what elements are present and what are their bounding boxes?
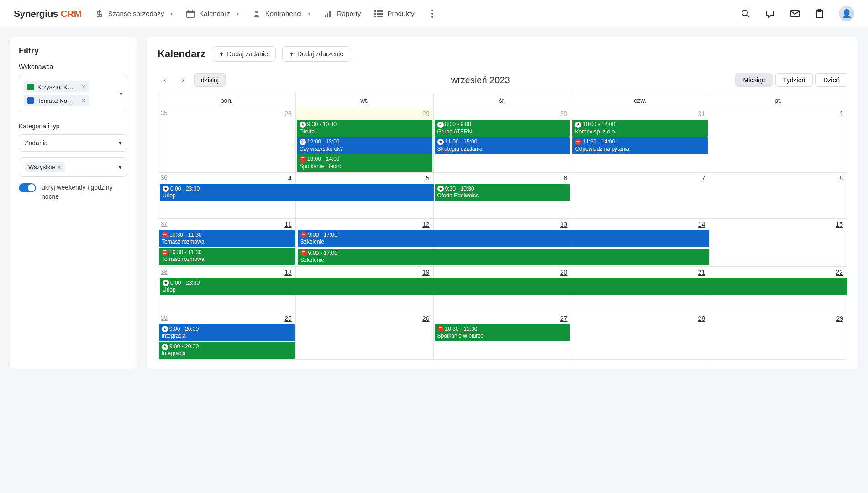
nav-more[interactable] <box>428 10 437 18</box>
calendar-cell[interactable]: 31★10:00 - 12:00Kornex sp. z o.o.☰11:30 … <box>571 108 709 172</box>
day-number[interactable]: 28 <box>158 108 295 119</box>
chat-icon[interactable] <box>765 8 776 19</box>
remove-chip-icon[interactable]: × <box>82 97 85 104</box>
remove-chip-icon[interactable]: × <box>82 83 85 90</box>
day-number[interactable]: 13 <box>434 219 571 230</box>
calendar-event[interactable]: ✆12:00 - 13:00Czy wszystko ok? <box>297 137 432 154</box>
today-button[interactable]: dzisiaj <box>194 73 226 87</box>
nav-products[interactable]: Produkty <box>374 10 414 18</box>
calendar-event[interactable]: ✓8:00 - 9:00Grupa ATERN <box>435 120 570 137</box>
performer-chip[interactable]: Tomasz Now…× <box>24 95 89 106</box>
day-number[interactable]: 29 <box>709 313 847 324</box>
calendar-event[interactable]: ★9:00 - 20:30Integracja <box>159 342 295 359</box>
week-number[interactable]: 39 <box>161 314 167 321</box>
week-number[interactable]: 35 <box>161 110 167 117</box>
day-number[interactable]: 25 <box>158 313 295 324</box>
view-week-button[interactable]: Tydzień <box>775 73 813 87</box>
day-number[interactable]: 18 <box>158 267 295 278</box>
calendar-event[interactable]: ☰10:30 - 11:30Spotkanie w biurze <box>435 324 570 341</box>
avatar[interactable]: 👤 <box>839 6 854 21</box>
star-icon: ★ <box>163 280 169 286</box>
calendar-panel: Kalendarz + Dodaj zadanie + Dodaj zdarze… <box>146 37 859 369</box>
nav-calendar[interactable]: Kalendarz ▾ <box>186 10 239 18</box>
calendar-event[interactable]: ★11:00 - 15:00Strategia działania <box>435 137 570 154</box>
add-task-button[interactable]: + Dodaj zadanie <box>212 46 276 62</box>
nav-contractors[interactable]: Kontrahenci ▾ <box>253 10 310 18</box>
day-number[interactable]: 19 <box>296 267 433 278</box>
week-number[interactable]: 38 <box>161 268 167 275</box>
remove-chip-icon[interactable]: × <box>58 164 62 170</box>
performer-chip[interactable]: Krzysztof Kow…× <box>24 81 89 92</box>
mail-icon[interactable] <box>789 8 800 19</box>
day-number[interactable]: 12 <box>296 219 433 230</box>
day-number[interactable]: 29 <box>296 108 433 119</box>
day-number[interactable]: 8 <box>709 173 847 184</box>
calendar-cell[interactable]: 15 <box>709 219 847 266</box>
nav-reports[interactable]: Raporty <box>324 10 361 18</box>
calendar-event-span[interactable]: ☰9:00 - 17:00Szkolenie <box>298 249 709 265</box>
category-select[interactable]: Zadania ▾ <box>19 134 127 152</box>
calendar-cell[interactable]: 30✓8:00 - 9:00Grupa ATERN★11:00 - 15:00S… <box>434 108 572 172</box>
calendar-event[interactable]: ★10:00 - 12:00Kornex sp. z o.o. <box>572 120 708 137</box>
calendar-event-span[interactable]: ☰9:00 - 17:00Szkolenie <box>298 230 709 247</box>
calendar-event[interactable]: ★9:30 - 10:30Oferta <box>297 120 432 137</box>
day-number[interactable]: 15 <box>709 219 847 230</box>
calendar-cell[interactable]: 8 <box>709 173 847 218</box>
svg-rect-13 <box>377 16 383 17</box>
day-number[interactable]: 20 <box>434 267 571 278</box>
day-number[interactable]: 22 <box>709 267 847 278</box>
calendar-cell[interactable]: 7 <box>571 173 709 218</box>
view-day-button[interactable]: Dzień <box>815 73 847 87</box>
star-icon: ★ <box>575 122 581 128</box>
prev-month-button[interactable]: ‹ <box>158 73 172 87</box>
day-number[interactable]: 5 <box>296 173 433 184</box>
day-number[interactable]: 31 <box>571 108 709 119</box>
week-number[interactable]: 37 <box>161 220 167 227</box>
day-number[interactable]: 7 <box>571 173 709 184</box>
calendar-event[interactable]: ☰13:00 - 14:00Spotkanie Electro <box>297 154 432 171</box>
calendar-cell[interactable]: 25★9:00 - 20:30Integracja★9:00 - 20:30In… <box>158 313 296 359</box>
calendar-event-span[interactable]: ★0:00 - 23:30Urlop <box>160 184 434 201</box>
search-icon[interactable] <box>740 8 751 19</box>
add-event-button[interactable]: + Dodaj zdarzenie <box>282 46 351 62</box>
clipboard-icon[interactable] <box>814 8 825 19</box>
calendar-event-span[interactable]: ★0:00 - 23:30Urlop <box>160 278 847 295</box>
star-icon: ★ <box>162 326 168 332</box>
calendar-event[interactable]: ★9:00 - 20:30Integracja <box>159 324 295 341</box>
calendar-cell[interactable]: 1 <box>709 108 847 172</box>
calendar-cell[interactable]: 29★9:30 - 10:30Oferta✆12:00 - 13:00Czy w… <box>296 108 434 172</box>
day-number[interactable]: 21 <box>571 267 709 278</box>
calendar-cell[interactable]: 29 <box>709 313 847 359</box>
calendar-event[interactable]: ☰10:30 - 11:30Tomasz rozmowa <box>159 248 295 265</box>
day-number[interactable]: 1 <box>709 108 847 119</box>
day-number[interactable]: 4 <box>158 173 295 184</box>
calendar-cell[interactable]: 6★9:30 - 10:30Oferta Edelweiss <box>434 173 572 218</box>
calendar-cell[interactable]: 28 <box>158 108 296 172</box>
next-month-button[interactable]: › <box>176 73 190 87</box>
calendar-cell[interactable]: 26 <box>296 313 434 359</box>
day-number[interactable]: 11 <box>158 219 295 230</box>
person-icon <box>253 10 261 18</box>
view-month-button[interactable]: Miesiąc <box>735 73 772 87</box>
performer-select[interactable]: Krzysztof Kow…×Tomasz Now…× ▾ <box>19 75 127 112</box>
calendar-event[interactable]: ☰10:30 - 11:30Tomasz rozmowa <box>159 230 295 247</box>
day-number[interactable]: 28 <box>571 313 709 324</box>
day-number[interactable]: 26 <box>296 313 433 324</box>
calendar-event[interactable]: ☰11:30 - 14:00Odpowiedź na pytania <box>572 137 708 154</box>
calendar-cell[interactable]: 28 <box>571 313 709 359</box>
calendar-grid: pon.wt.śr.czw.pt. 352829★9:30 - 10:30Ofe… <box>158 93 847 360</box>
logo: Synergius CRM <box>14 8 82 19</box>
day-number[interactable]: 14 <box>571 219 709 230</box>
week-number[interactable]: 36 <box>161 174 167 181</box>
calendar-event[interactable]: ★9:30 - 10:30Oferta Edelweiss <box>435 184 570 201</box>
hide-weekends-toggle[interactable] <box>19 183 36 192</box>
day-number[interactable]: 27 <box>434 313 571 324</box>
chevron-down-icon[interactable]: ▾ <box>120 90 122 97</box>
meeting-icon: ☰ <box>300 156 306 163</box>
type-select[interactable]: Wszystkie × ▾ <box>19 157 127 177</box>
nav-sales[interactable]: Szanse sprzedaży ▾ <box>95 10 173 18</box>
calendar-cell[interactable]: 11☰10:30 - 11:30Tomasz rozmowa☰10:30 - 1… <box>158 219 296 266</box>
day-number[interactable]: 6 <box>434 173 571 184</box>
calendar-cell[interactable]: 27☰10:30 - 11:30Spotkanie w biurze <box>434 313 572 359</box>
day-number[interactable]: 30 <box>434 108 571 119</box>
